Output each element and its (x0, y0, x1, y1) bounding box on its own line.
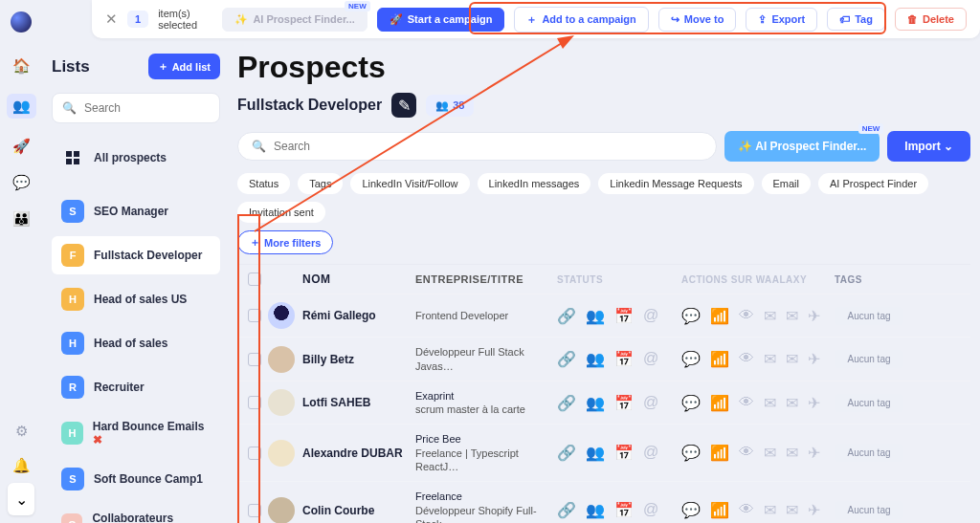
filter-chip[interactable]: Linkedin Message Requests (598, 173, 753, 194)
sidebar-item[interactable]: HHead of sales (52, 324, 220, 362)
export-button[interactable]: ⇪ Export (746, 8, 817, 32)
sidebar-item[interactable]: RRecruiter (52, 368, 220, 406)
action-icon[interactable]: 📶 (710, 307, 729, 325)
list-badge: F (61, 244, 84, 267)
sidebar-item-all-prospects[interactable]: All prospects (52, 139, 220, 177)
action-icon[interactable]: 💬 (681, 394, 701, 412)
sidebar-item[interactable]: SSEO Manager (52, 192, 220, 230)
row-checkbox[interactable] (248, 353, 261, 366)
action-icon[interactable]: 📶 (710, 350, 729, 368)
action-icon[interactable]: ✈ (808, 307, 820, 325)
sidebar-item[interactable]: FFullstack Developer (52, 236, 220, 274)
action-icon[interactable]: ✉ (786, 394, 798, 412)
chat-icon[interactable]: 💬 (12, 174, 31, 191)
filter-chip[interactable]: Status (237, 173, 290, 194)
action-icon[interactable]: 👁 (739, 350, 754, 368)
action-icon[interactable]: ✉ (786, 350, 798, 368)
delete-button[interactable]: 🗑 Delete (895, 8, 967, 31)
tag-pill[interactable]: Aucun tag (835, 350, 903, 368)
action-icon[interactable]: 📶 (710, 501, 729, 519)
action-icon[interactable]: 📶 (710, 394, 729, 412)
select-all-checkbox[interactable] (248, 272, 261, 286)
sidebar-item[interactable]: HHard Bounce Emails ✖ (52, 412, 220, 454)
status-icon: @ (643, 501, 658, 519)
sidebar-search[interactable]: 🔍 (52, 93, 220, 123)
action-icon[interactable]: 💬 (681, 307, 701, 325)
row-checkbox[interactable] (248, 396, 261, 409)
tag-pill[interactable]: Aucun tag (835, 394, 903, 412)
bell-icon[interactable]: 🔔 (12, 457, 31, 474)
action-icon[interactable]: ✈ (808, 394, 820, 412)
tag-button[interactable]: 🏷 Tag (827, 8, 885, 31)
action-icon[interactable]: 👁 (739, 394, 754, 412)
action-icon[interactable]: 👁 (739, 501, 754, 519)
sidebar-item-label: Head of sales (94, 337, 167, 350)
team-icon[interactable]: 👪 (12, 210, 31, 228)
action-icon[interactable]: 💬 (681, 501, 701, 519)
action-icon[interactable]: ✉ (764, 350, 776, 368)
start-campaign-button[interactable]: 🚀 Start a campaign (377, 8, 505, 32)
status-icons: 🔗👥📅@ (557, 307, 681, 325)
ai-prospect-finder-button[interactable]: ✨ AI Prospect Finder... (724, 131, 880, 162)
action-icons: 💬📶👁✉✉✈ (681, 394, 835, 412)
action-icon[interactable]: ✉ (764, 307, 776, 325)
status-icons: 🔗👥📅@ (557, 350, 681, 368)
row-checkbox[interactable] (248, 447, 261, 460)
table-row[interactable]: Colin Courbe FreelanceDéveloppeur Shopif… (237, 481, 970, 523)
sidebar-item[interactable]: SSoft Bounce Camp1 (52, 460, 220, 498)
table-row[interactable]: Alexandre DUBAR Price BeeFreelance | Typ… (237, 424, 970, 481)
tag-pill[interactable]: Aucun tag (835, 501, 903, 519)
import-button[interactable]: Import ⌄ (887, 131, 970, 162)
close-icon[interactable]: ✕ (105, 11, 118, 28)
add-list-button[interactable]: ＋ Add list (148, 54, 220, 79)
row-checkbox[interactable] (248, 309, 261, 322)
tag-pill[interactable]: Aucun tag (835, 307, 903, 325)
chevron-down-toggle[interactable]: ⌄ (8, 483, 34, 515)
ai-finder-ghost-button[interactable]: ✨ AI Prospect Finder... (222, 8, 367, 32)
main-search-input[interactable] (274, 140, 702, 153)
action-icon[interactable]: ✉ (786, 501, 798, 519)
sidebar-item[interactable]: CCollaborateurs Waala... (52, 504, 220, 523)
status-icon: 📅 (614, 307, 634, 325)
prospect-title: Frontend Developer (415, 309, 557, 322)
prospects-icon[interactable]: 👥 (7, 94, 36, 119)
filter-chip[interactable]: Invitation sent (237, 202, 325, 223)
filter-chip[interactable]: LinkedIn messages (478, 173, 591, 194)
table-row[interactable]: Lotfi SAHEB Exaprintscrum master à la ca… (237, 381, 970, 425)
action-icon[interactable]: 👁 (739, 444, 754, 462)
table-row[interactable]: Billy Betz Développeur Full Stack Javas…… (237, 337, 970, 381)
action-icon[interactable]: ✉ (786, 444, 798, 462)
row-checkbox[interactable] (248, 504, 261, 517)
action-icon[interactable]: ✈ (808, 444, 820, 462)
sidebar-search-input[interactable] (84, 101, 228, 115)
action-icon[interactable]: 👁 (739, 307, 754, 325)
edit-list-button[interactable]: ✎ (391, 93, 416, 118)
filter-chip[interactable]: Email (762, 173, 812, 194)
home-icon[interactable]: 🏠 (12, 57, 31, 75)
action-icon[interactable]: ✈ (808, 350, 820, 368)
action-icon[interactable]: 💬 (681, 350, 701, 368)
more-filters-button[interactable]: ＋ More filters (237, 230, 333, 254)
action-icon[interactable]: 📶 (710, 444, 729, 462)
filter-chips: StatusTagsLinkedIn Visit/FollowLinkedIn … (237, 173, 970, 223)
action-icon[interactable]: ✉ (764, 444, 776, 462)
move-to-button[interactable]: ↪ Move to (658, 8, 737, 32)
table-row[interactable]: Rémi Gallego Frontend Developer 🔗👥📅@ 💬📶👁… (237, 294, 970, 337)
list-badge: S (61, 468, 84, 490)
sidebar-item[interactable]: HHead of sales US (52, 280, 220, 318)
tag-pill[interactable]: Aucun tag (835, 444, 903, 462)
action-icon[interactable]: ✈ (808, 501, 820, 519)
action-icon[interactable]: ✉ (764, 394, 776, 412)
add-to-campaign-button[interactable]: ＋ Add to a campaign (514, 7, 648, 33)
filter-chip[interactable]: AI Prospect Finder (818, 173, 928, 194)
table-header-row: NOM ENTREPRISE/TITRE STATUTS ACTIONS SUR… (237, 265, 970, 294)
filter-chip[interactable]: LinkedIn Visit/Follow (350, 173, 469, 194)
action-icon[interactable]: ✉ (764, 501, 776, 519)
campaigns-icon[interactable]: 🚀 (12, 138, 31, 155)
sidebar-title: Lists (52, 57, 90, 76)
action-icon[interactable]: ✉ (786, 307, 798, 325)
main-search[interactable]: 🔍 (237, 132, 717, 161)
gear-icon[interactable]: ⚙ (15, 423, 28, 440)
filter-chip[interactable]: Tags (298, 173, 343, 194)
action-icon[interactable]: 💬 (681, 444, 701, 462)
